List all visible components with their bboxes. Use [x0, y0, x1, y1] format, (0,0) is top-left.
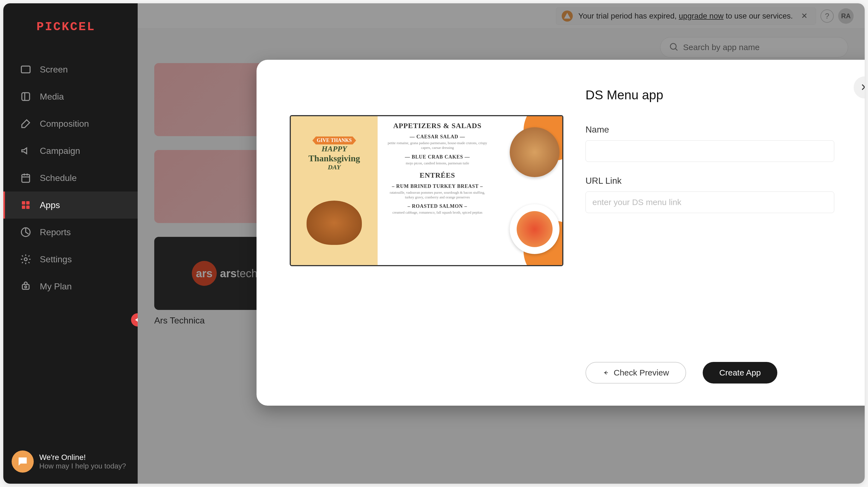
sidebar-item-label: Apps: [40, 200, 60, 210]
modal-actions: Check Preview Create App: [586, 362, 865, 389]
svg-point-12: [24, 258, 27, 261]
menu-desc: petite romaine, grana padano parmesano, …: [386, 141, 489, 150]
chat-icon: [11, 451, 34, 472]
modal-form: ✕ DS Menu app Name URL Link Check Previe…: [569, 87, 865, 389]
name-input[interactable]: [586, 140, 834, 162]
chat-title: We're Online!: [39, 453, 126, 462]
ribbon-text: GIVE THANKS: [312, 136, 356, 144]
chat-widget[interactable]: We're Online! How may I help you today?: [11, 451, 126, 472]
menu-desc: ratatouille, vadouvan pommes puree, sour…: [386, 190, 489, 200]
plan-icon: [20, 281, 32, 292]
sidebar-item-label: My Plan: [40, 281, 72, 292]
svg-rect-3: [22, 175, 30, 182]
sidebar-item-label: Campaign: [40, 146, 80, 156]
menu-item: — BLUE CRAB CAKES —: [386, 154, 489, 160]
ds-menu-modal: GIVE THANKS HAPPY Thanksgiving DAY APPET…: [256, 60, 865, 406]
sidebar-item-label: Screen: [40, 64, 68, 75]
menu-item: – ROASTED SALMON –: [386, 203, 489, 209]
sidebar-item-label: Reports: [40, 227, 71, 237]
sidebar-item-schedule[interactable]: Schedule: [3, 164, 138, 192]
sidebar-item-composition[interactable]: Composition: [3, 110, 138, 137]
sidebar-item-label: Composition: [40, 119, 89, 129]
menu-preview-image: GIVE THANKS HAPPY Thanksgiving DAY APPET…: [290, 115, 563, 266]
check-preview-label: Check Preview: [614, 368, 669, 377]
campaign-icon: [20, 145, 32, 156]
menu-heading: APPETIZERS & SALADS: [386, 122, 489, 130]
menu-item: — CAESAR SALAD —: [386, 134, 489, 140]
sidebar-item-myplan[interactable]: My Plan: [3, 273, 138, 300]
reports-icon: [20, 226, 32, 238]
schedule-icon: [20, 172, 32, 184]
svg-rect-13: [22, 284, 29, 289]
settings-icon: [20, 254, 32, 265]
day-text: DAY: [328, 164, 341, 171]
sidebar-item-label: Schedule: [40, 173, 76, 183]
turkey-image: [307, 201, 362, 245]
main-content: Your trial period has expired, upgrade n…: [138, 3, 865, 484]
menu-heading: ENTRÉES: [386, 171, 489, 179]
sidebar-item-media[interactable]: Media: [3, 83, 138, 110]
menu-center: APPETIZERS & SALADS — CAESAR SALAD — pet…: [378, 116, 497, 265]
check-preview-button[interactable]: Check Preview: [586, 362, 686, 383]
happy-text: HAPPY: [321, 144, 347, 153]
sidebar-item-apps[interactable]: Apps: [3, 192, 138, 219]
svg-rect-7: [22, 201, 25, 204]
pasta-plate-image: [510, 204, 559, 254]
sidebar-item-label: Settings: [40, 254, 72, 264]
url-label: URL Link: [586, 176, 865, 186]
thanksgiving-badge: GIVE THANKS HAPPY Thanksgiving DAY: [309, 136, 360, 171]
turkey-platter-image: [510, 127, 559, 177]
sidebar-item-reports[interactable]: Reports: [3, 219, 138, 246]
composition-icon: [20, 118, 32, 130]
sidebar-item-label: Media: [40, 92, 64, 102]
media-icon: [20, 91, 32, 103]
modal-title: DS Menu app: [586, 87, 865, 103]
sidebar: PICKCEL Screen Media Composition Campaig…: [3, 3, 138, 484]
svg-rect-0: [21, 66, 30, 73]
url-input[interactable]: [586, 192, 834, 213]
screen-icon: [20, 64, 32, 75]
menu-food-images: [497, 116, 562, 265]
brand-logo: PICKCEL: [3, 20, 138, 56]
svg-rect-9: [22, 206, 25, 209]
menu-desc: creamed cabbage, romanesco, fall squash …: [386, 210, 489, 215]
apps-icon: [20, 199, 32, 211]
svg-rect-1: [22, 93, 30, 101]
sidebar-item-settings[interactable]: Settings: [3, 246, 138, 273]
menu-desc: mojo picon, candied lemons, parmesan tui…: [386, 161, 489, 166]
name-label: Name: [586, 124, 865, 135]
chat-subtitle: How may I help you today?: [39, 462, 126, 470]
modal-preview-pane: GIVE THANKS HAPPY Thanksgiving DAY APPET…: [290, 87, 569, 389]
svg-rect-10: [26, 206, 30, 209]
create-app-button[interactable]: Create App: [703, 362, 777, 383]
sidebar-item-screen[interactable]: Screen: [3, 56, 138, 83]
svg-point-14: [25, 286, 27, 288]
sidebar-item-campaign[interactable]: Campaign: [3, 137, 138, 164]
thanksgiving-text: Thanksgiving: [309, 153, 360, 164]
menu-item: – RUM BRINED TURKEY BREAST –: [386, 183, 489, 189]
svg-rect-8: [26, 201, 30, 204]
